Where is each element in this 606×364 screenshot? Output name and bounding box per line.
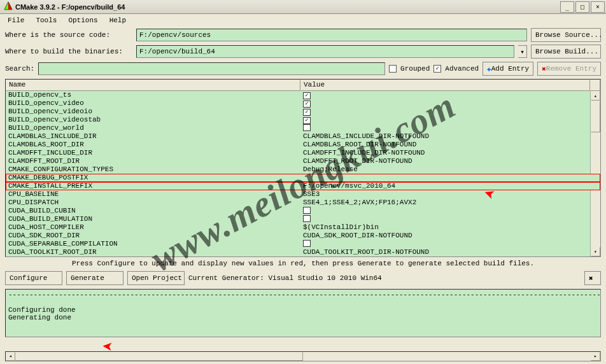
row-value[interactable]: CLAMDBLAS_INCLUDE_DIR-NOTFOUND: [300, 132, 600, 141]
grouped-checkbox[interactable]: [389, 65, 397, 73]
table-row[interactable]: CUDA_SDK_ROOT_DIRCUDA_SDK_ROOT_DIR-NOTFO…: [6, 232, 600, 240]
table-row[interactable]: CLAMDFFT_INCLUDE_DIRCLAMDFFT_INCLUDE_DIR…: [6, 149, 600, 157]
row-value[interactable]: [300, 207, 600, 215]
menu-help[interactable]: Help: [106, 15, 130, 25]
row-value[interactable]: Debug;Release: [300, 165, 600, 174]
menu-tools[interactable]: Tools: [32, 15, 60, 25]
row-name: CLAMDFFT_INCLUDE_DIR: [6, 149, 300, 157]
row-value[interactable]: [300, 240, 600, 248]
source-label: Where is the source code:: [5, 31, 132, 39]
hscroll-left-icon[interactable]: ◂: [6, 352, 15, 361]
checkbox[interactable]: [303, 240, 311, 247]
table-row[interactable]: CUDA_HOST_COMPILER$(VCInstallDir)bin: [6, 223, 600, 232]
row-value[interactable]: ✓: [300, 99, 600, 108]
row-value[interactable]: CLAMDFFT_ROOT_DIR-NOTFOUND: [300, 157, 600, 165]
remove-entry-button[interactable]: ✖ Remove Entry: [537, 62, 601, 76]
table-row[interactable]: BUILD_opencv_videostab✓: [6, 116, 600, 124]
hint-text: Press Configure to update and display ne…: [0, 257, 606, 270]
header-name[interactable]: Name: [6, 80, 300, 91]
row-value[interactable]: CLAMDFFT_INCLUDE_DIR-NOTFOUND: [300, 149, 600, 157]
maximize-button[interactable]: □: [575, 1, 589, 13]
table-row[interactable]: CMAKE_DEBUG_POSTFIX: [6, 174, 600, 182]
header-value[interactable]: Value: [300, 80, 590, 91]
row-value[interactable]: F:/opencv/msvc_2010_64: [300, 182, 600, 190]
row-name: CUDA_SDK_ROOT_DIR: [6, 232, 300, 240]
row-name: CLAMDBLAS_ROOT_DIR: [6, 141, 300, 149]
row-name: CUDA_SEPARABLE_COMPILATION: [6, 240, 300, 248]
grouped-label: Grouped: [400, 65, 430, 73]
row-value[interactable]: [300, 174, 600, 182]
checkbox[interactable]: ✓: [303, 117, 311, 124]
table-row[interactable]: CUDA_SEPARABLE_COMPILATION: [6, 240, 600, 248]
scroll-up-icon[interactable]: ▴: [591, 91, 600, 101]
source-input[interactable]: F:/opencv/sources: [136, 29, 527, 41]
row-value[interactable]: CLAMDBLAS_ROOT_DIR-NOTFOUND: [300, 141, 600, 149]
table-row[interactable]: CMAKE_INSTALL_PREFIXF:/opencv/msvc_2010_…: [6, 182, 600, 190]
row-name: CLAMDBLAS_INCLUDE_DIR: [6, 132, 300, 141]
row-name: CMAKE_DEBUG_POSTFIX: [6, 174, 300, 182]
advanced-checkbox[interactable]: ✓: [433, 65, 441, 73]
checkbox[interactable]: [303, 207, 311, 214]
build-input[interactable]: F:/opencv/build_64: [136, 45, 514, 58]
log-horizontal-scrollbar[interactable]: ◂ ▸: [5, 351, 601, 361]
table-row[interactable]: CUDA_BUILD_CUBIN: [6, 207, 600, 215]
row-name: CPU_BASELINE: [6, 190, 300, 199]
table-row[interactable]: CLAMDBLAS_INCLUDE_DIRCLAMDBLAS_INCLUDE_D…: [6, 132, 600, 141]
checkbox[interactable]: ✓: [303, 92, 311, 99]
search-input[interactable]: [38, 62, 385, 75]
row-value[interactable]: ✓: [300, 116, 600, 124]
table-row[interactable]: BUILD_opencv_videoio✓: [6, 108, 600, 116]
log-output[interactable]: ----------------------------------------…: [5, 289, 601, 337]
row-value[interactable]: [300, 124, 600, 132]
open-project-button[interactable]: Open Project: [127, 271, 185, 285]
table-row[interactable]: CUDA_BUILD_EMULATION: [6, 215, 600, 223]
menu-file[interactable]: File: [4, 15, 28, 25]
table-row[interactable]: CUDA_TOOLKIT_ROOT_DIRCUDA_TOOLKIT_ROOT_D…: [6, 248, 600, 256]
titlebar: CMake 3.9.2 - F:/opencv/build_64 _ □ ×: [0, 0, 606, 14]
menu-options[interactable]: Options: [64, 15, 101, 25]
delete-button[interactable]: ✖: [584, 271, 601, 285]
browse-build-button[interactable]: Browse Build...: [531, 45, 601, 59]
scroll-down-icon[interactable]: ▾: [591, 247, 600, 256]
row-value[interactable]: ✓: [300, 91, 600, 99]
table-row[interactable]: BUILD_opencv_video✓: [6, 99, 600, 108]
table-row[interactable]: CLAMDBLAS_ROOT_DIRCLAMDBLAS_ROOT_DIR-NOT…: [6, 141, 600, 149]
table-row[interactable]: CPU_DISPATCHSSE4_1;SSE4_2;AVX;FP16;AVX2: [6, 199, 600, 207]
table-row[interactable]: CMAKE_CONFIGURATION_TYPESDebug;Release: [6, 165, 600, 174]
table-row[interactable]: CLAMDFFT_ROOT_DIRCLAMDFFT_ROOT_DIR-NOTFO…: [6, 157, 600, 165]
browse-source-button[interactable]: Browse Source...: [531, 28, 601, 42]
row-value[interactable]: ✓: [300, 108, 600, 116]
row-value[interactable]: [300, 215, 600, 223]
row-name: CMAKE_INSTALL_PREFIX: [6, 182, 300, 190]
row-value[interactable]: SSE3: [300, 190, 600, 199]
row-value[interactable]: $(VCInstallDir)bin: [300, 223, 600, 232]
row-value[interactable]: SSE4_1;SSE4_2;AVX;FP16;AVX2: [300, 199, 600, 207]
header-scrollbar-corner: [590, 80, 600, 91]
row-value[interactable]: CUDA_SDK_ROOT_DIR-NOTFOUND: [300, 232, 600, 240]
table-row[interactable]: BUILD_opencv_world: [6, 124, 600, 132]
row-name: CUDA_BUILD_CUBIN: [6, 207, 300, 215]
minimize-button[interactable]: _: [560, 1, 574, 13]
generate-button[interactable]: Generate: [66, 271, 123, 285]
hscroll-thumb[interactable]: [15, 352, 303, 361]
configure-button[interactable]: Configure: [5, 271, 62, 285]
row-name: CUDA_HOST_COMPILER: [6, 223, 300, 232]
checkbox[interactable]: ✓: [303, 101, 311, 108]
hscroll-right-icon[interactable]: ▸: [591, 352, 600, 361]
checkbox[interactable]: [303, 124, 311, 131]
build-dropdown-icon[interactable]: ▾: [518, 45, 527, 58]
add-entry-button[interactable]: ✚ Add Entry: [483, 62, 533, 76]
row-name: CLAMDFFT_ROOT_DIR: [6, 157, 300, 165]
checkbox[interactable]: ✓: [303, 109, 311, 116]
checkbox[interactable]: [303, 215, 311, 222]
close-button[interactable]: ×: [591, 1, 605, 13]
row-name: BUILD_opencv_world: [6, 124, 300, 132]
table-row[interactable]: CPU_BASELINESSE3: [6, 190, 600, 199]
menubar: File Tools Options Help: [0, 14, 606, 27]
log-dashes: ----------------------------------------…: [8, 291, 601, 298]
scroll-thumb[interactable]: [591, 101, 600, 132]
build-label: Where to build the binaries:: [5, 48, 132, 55]
row-name: CUDA_TOOLKIT_ROOT_DIR: [6, 248, 300, 256]
table-row[interactable]: BUILD_opencv_ts✓: [6, 91, 600, 99]
row-value[interactable]: CUDA_TOOLKIT_ROOT_DIR-NOTFOUND: [300, 248, 600, 256]
